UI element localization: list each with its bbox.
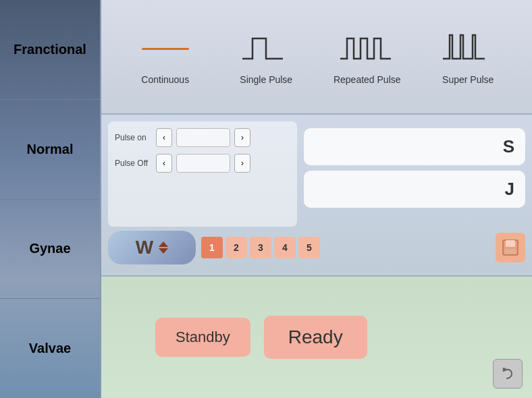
- sj-section: S J: [304, 121, 525, 227]
- sidebar-label-franctional: Franctional: [14, 42, 86, 57]
- pulse-off-left-btn[interactable]: ‹: [156, 154, 172, 173]
- pulse-off-row: Pulse Off ‹ ›: [115, 154, 290, 173]
- sidebar-label-normal: Normal: [27, 142, 74, 157]
- bottom-section: Standby Ready: [101, 277, 532, 398]
- standby-button[interactable]: Standby: [155, 318, 250, 357]
- single-pulse-label: Single Pulse: [240, 74, 292, 85]
- sidebar-item-normal[interactable]: Normal: [0, 100, 100, 200]
- s-label: S: [503, 136, 514, 157]
- w-up-arrow[interactable]: [159, 241, 168, 247]
- super-pulse-icon: [434, 28, 502, 69]
- middle-bottom-row: W 1 2 3 4 5: [108, 227, 525, 268]
- repeated-pulse-label: Repeated Pulse: [334, 74, 401, 85]
- continuous-label: Continuous: [141, 74, 189, 85]
- num-btn-4[interactable]: 4: [274, 237, 296, 258]
- pulse-on-left-btn[interactable]: ‹: [156, 128, 172, 147]
- num-btn-3[interactable]: 3: [250, 237, 271, 258]
- pulse-on-row: Pulse on ‹ ›: [115, 128, 290, 147]
- back-icon: [499, 365, 516, 382]
- w-control[interactable]: W: [108, 231, 196, 264]
- svg-rect-1: [506, 240, 515, 247]
- middle-top: Pulse on ‹ › Pulse Off ‹ › S: [108, 121, 525, 227]
- pulse-on-value: [176, 128, 230, 147]
- pulse-on-label: Pulse on: [115, 133, 152, 142]
- waveform-super-pulse[interactable]: Super Pulse: [421, 28, 515, 85]
- repeated-pulse-icon: [334, 28, 401, 69]
- middle-section: Pulse on ‹ › Pulse Off ‹ › S: [101, 115, 532, 277]
- j-label: J: [505, 179, 514, 200]
- save-icon: [501, 238, 520, 257]
- num-btn-1[interactable]: 1: [201, 237, 223, 258]
- pulse-off-right-btn[interactable]: ›: [234, 154, 250, 173]
- w-label: W: [136, 237, 153, 258]
- num-btn-5[interactable]: 5: [298, 237, 320, 258]
- pulse-off-label: Pulse Off: [115, 159, 152, 168]
- continuous-icon: [132, 28, 199, 69]
- pulse-on-right-btn[interactable]: ›: [234, 128, 250, 147]
- ready-button[interactable]: Ready: [264, 316, 367, 359]
- waveform-continuous[interactable]: Continuous: [118, 28, 213, 85]
- super-pulse-label: Super Pulse: [442, 74, 494, 85]
- sidebar-label-valvae: Valvae: [29, 341, 71, 356]
- w-arrows: [159, 241, 168, 254]
- save-button[interactable]: [496, 233, 525, 262]
- pulse-off-value: [176, 154, 230, 173]
- sidebar-item-gynae[interactable]: Gynae: [0, 200, 100, 300]
- sidebar: Franctional Normal Gynae Valvae: [0, 0, 101, 398]
- j-box: J: [304, 171, 525, 208]
- waveform-single-pulse[interactable]: Single Pulse: [219, 28, 313, 85]
- w-down-arrow[interactable]: [159, 248, 168, 254]
- pulse-controls: Pulse on ‹ › Pulse Off ‹ ›: [108, 121, 297, 227]
- s-box: S: [304, 128, 525, 165]
- svg-rect-2: [505, 249, 516, 254]
- waveform-section: Continuous Single Pulse Repeated Pulse: [101, 0, 532, 115]
- sidebar-item-valvae[interactable]: Valvae: [0, 299, 100, 398]
- sidebar-label-gynae: Gynae: [29, 241, 70, 256]
- waveform-repeated-pulse[interactable]: Repeated Pulse: [320, 28, 415, 85]
- number-buttons: 1 2 3 4 5: [201, 237, 320, 258]
- num-btn-2[interactable]: 2: [225, 237, 247, 258]
- single-pulse-icon: [232, 28, 300, 69]
- main-content: Continuous Single Pulse Repeated Pulse: [101, 0, 532, 398]
- sidebar-item-franctional[interactable]: Franctional: [0, 0, 100, 100]
- back-button[interactable]: [493, 359, 523, 389]
